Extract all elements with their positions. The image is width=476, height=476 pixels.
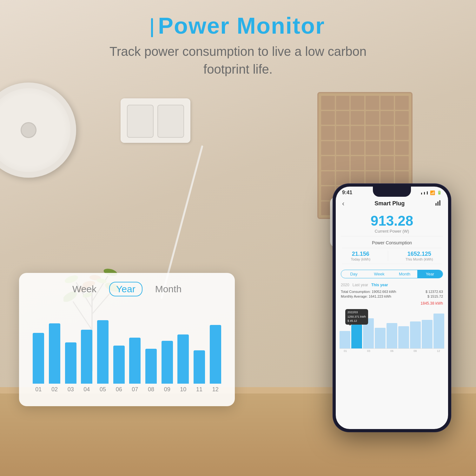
- chart-bar[interactable]: [65, 342, 76, 384]
- subtitle: Track power consumption to live a low ca…: [0, 43, 476, 78]
- tab-year[interactable]: Year: [109, 282, 142, 296]
- chart-button[interactable]: [435, 199, 442, 208]
- chart-bar[interactable]: [33, 333, 44, 384]
- mini-bar-labels: 0103060912: [340, 349, 444, 353]
- bars-area: 010203040506070809101112: [29, 304, 225, 393]
- grid-cell: [336, 171, 350, 185]
- chart-bar[interactable]: [113, 346, 125, 384]
- stats-section: Total Consumption: 19052.663 kWh $ 12372…: [336, 288, 448, 301]
- status-icons: 📶 🔋: [421, 190, 442, 195]
- phone-mockup: 9:41 📶 🔋 ‹ Smart Plug: [333, 184, 451, 432]
- mini-bar[interactable]: [410, 321, 421, 348]
- chart-bar[interactable]: [194, 350, 205, 384]
- bar-label: 06: [116, 386, 122, 393]
- stat-row-avg: Monthly Average: 1641.223 kWh $ 1515.72: [341, 294, 443, 298]
- grid-cell: [321, 141, 335, 155]
- today-consumption: 21.156 Today (kWh): [351, 251, 370, 261]
- grid-cell: [321, 171, 335, 185]
- stat-avg-label: Monthly Average: 1641.223 kWh: [341, 294, 391, 298]
- tooltip-cost: $ 45.12: [347, 319, 366, 323]
- subtitle-line1: Track power consumption to live a low ca…: [109, 44, 367, 58]
- grid-cell: [380, 126, 394, 140]
- bar-group: 11: [191, 350, 208, 393]
- title-text: Power Monitor: [158, 13, 325, 38]
- chart-bar[interactable]: [129, 338, 141, 384]
- mini-bar[interactable]: [351, 325, 362, 348]
- bar-label: 12: [212, 386, 219, 393]
- mini-bar-label: [421, 349, 433, 353]
- grid-cell: [395, 96, 409, 110]
- year-this[interactable]: This year: [371, 283, 388, 287]
- tab-day[interactable]: Day: [341, 270, 367, 278]
- grid-cell: [380, 171, 394, 185]
- power-value: 913.28: [336, 213, 448, 229]
- bar-label: 02: [51, 386, 58, 393]
- year-last[interactable]: Last year: [353, 283, 368, 287]
- grid-cell: [366, 96, 379, 110]
- tab-week[interactable]: Week: [72, 284, 96, 294]
- tab-week[interactable]: Week: [367, 270, 392, 278]
- chart-bar[interactable]: [162, 341, 173, 384]
- stat-avg-value: $ 1515.72: [427, 294, 443, 298]
- phone-screen: 9:41 📶 🔋 ‹ Smart Plug: [336, 187, 448, 429]
- mini-bar[interactable]: [422, 320, 433, 348]
- grid-cell: [321, 96, 335, 110]
- bar-group: 04: [79, 330, 95, 393]
- grid-cell: [321, 111, 335, 125]
- bar-label: 08: [148, 386, 154, 393]
- mini-bar[interactable]: [375, 328, 386, 348]
- month-value: 1652.125: [406, 251, 433, 257]
- mini-bar[interactable]: [433, 314, 444, 348]
- bar-group: 10: [175, 334, 191, 393]
- grid-cell: [336, 141, 350, 155]
- back-button[interactable]: ‹: [342, 200, 344, 208]
- mini-bar-label: 03: [363, 349, 374, 353]
- bar-group: 06: [111, 346, 127, 393]
- grid-cell: [351, 96, 364, 110]
- mini-bar[interactable]: [398, 326, 409, 348]
- chart-bar[interactable]: [81, 330, 92, 384]
- bar-group: 07: [127, 338, 143, 393]
- today-value: 21.156: [351, 251, 370, 257]
- chart-card: Week Year Month 010203040506070809101112: [19, 273, 235, 406]
- grid-cell: [351, 171, 364, 185]
- fan-center: [21, 122, 36, 138]
- chart-bar[interactable]: [145, 349, 157, 384]
- chart-bar[interactable]: [49, 323, 60, 384]
- mini-chart: 2022/03 1250.371 kWh $ 45.12 0103060912: [336, 307, 448, 358]
- grid-cell: [336, 156, 350, 170]
- grid-cell: [351, 141, 364, 155]
- svg-rect-15: [437, 202, 439, 206]
- header-area: Power Monitor Track power consumption to…: [0, 13, 476, 78]
- mini-bar-label: 12: [433, 349, 444, 353]
- tab-month[interactable]: Month: [155, 284, 182, 294]
- bar-group: 09: [159, 341, 175, 393]
- bar-group: 03: [63, 342, 79, 393]
- grid-cell: [395, 126, 409, 140]
- bar-label: 10: [180, 386, 186, 393]
- mini-bar[interactable]: [340, 331, 350, 348]
- grid-cell: [366, 156, 379, 170]
- grid-cell: [351, 156, 364, 170]
- chart-bar[interactable]: [210, 325, 221, 384]
- mini-bar-label: 06: [386, 349, 398, 353]
- tab-month[interactable]: Month: [392, 270, 417, 278]
- grid-cell: [366, 171, 379, 185]
- subtitle-line2: footprint life.: [203, 62, 273, 76]
- power-unit-label: Current Power (W): [336, 229, 448, 234]
- mini-bar[interactable]: [387, 323, 397, 348]
- grid-cell: [395, 111, 409, 125]
- grid-cell: [395, 156, 409, 170]
- grid-cell: [351, 111, 364, 125]
- tooltip-date: 2022/03: [347, 310, 366, 315]
- chart-bar[interactable]: [97, 320, 109, 384]
- tab-year[interactable]: Year: [417, 270, 443, 278]
- grid-cell: [366, 126, 379, 140]
- mini-bar-label: [351, 349, 363, 353]
- signal-icon: [421, 191, 428, 195]
- year-2020[interactable]: 2020: [341, 283, 349, 287]
- grid-cell: [395, 141, 409, 155]
- chart-bar[interactable]: [177, 334, 189, 384]
- tooltip-kwh: 1250.371 kWh: [347, 315, 366, 319]
- wall-outlet: [121, 98, 190, 143]
